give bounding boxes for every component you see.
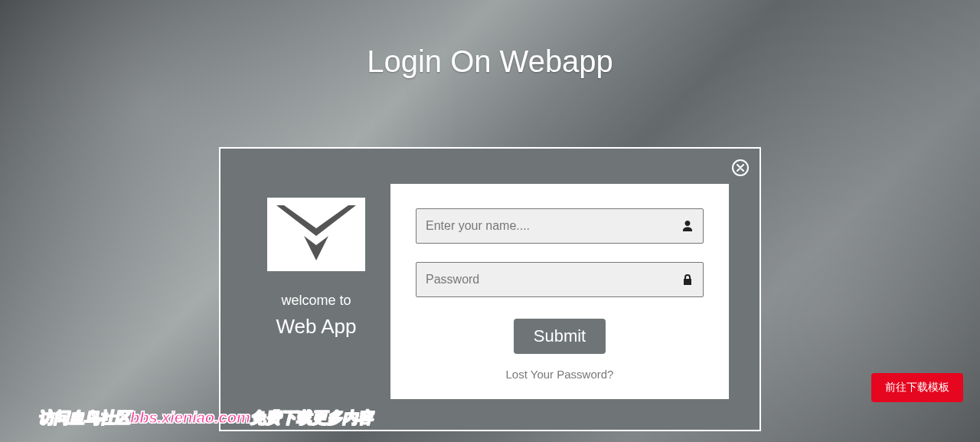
user-icon	[681, 219, 694, 233]
download-template-button[interactable]: 前往下载模板	[871, 373, 963, 402]
envelope-logo-icon	[276, 205, 356, 264]
page-title: Login On Webapp	[0, 0, 980, 79]
modal-sidebar: welcome to Web App	[251, 184, 381, 339]
login-modal: welcome to Web App Submit Lost Your Pass…	[219, 147, 761, 431]
watermark-text: 访问血鸟社区bbs.xieniao.com免费下载更多内容	[38, 408, 373, 428]
password-field-wrap	[416, 262, 704, 297]
svg-marker-1	[304, 236, 328, 260]
lock-icon	[681, 273, 694, 286]
login-form: Submit Lost Your Password?	[390, 184, 729, 399]
welcome-subtitle: welcome to	[281, 293, 351, 309]
svg-marker-0	[276, 205, 356, 236]
close-icon	[737, 164, 744, 172]
welcome-title: Web App	[276, 315, 356, 339]
close-button[interactable]	[732, 159, 749, 176]
logo	[267, 198, 365, 271]
username-input[interactable]	[416, 208, 704, 244]
password-input[interactable]	[416, 262, 704, 297]
username-field-wrap	[416, 208, 704, 244]
lost-password-link[interactable]: Lost Your Password?	[506, 368, 614, 381]
submit-button[interactable]: Submit	[514, 319, 606, 354]
